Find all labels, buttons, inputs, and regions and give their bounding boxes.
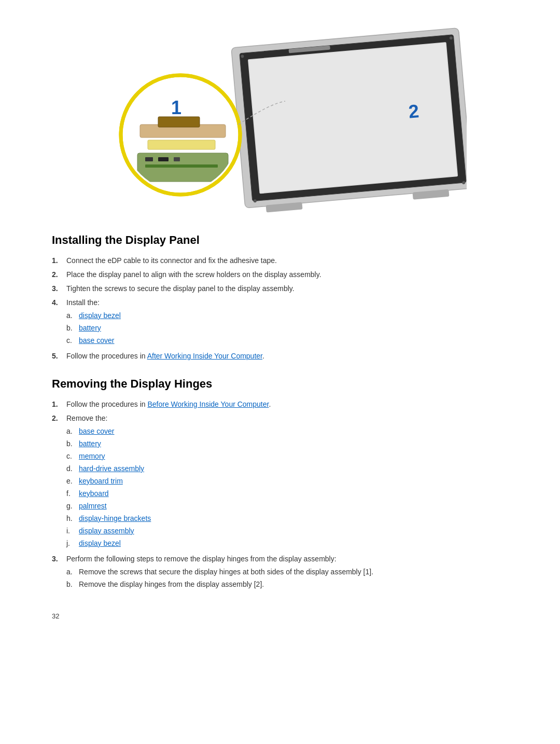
install-step-3: Tighten the screws to secure the display… <box>52 283 508 294</box>
remove-sub-g: g. palmrest <box>66 501 508 512</box>
remove-display-assembly-link[interactable]: display assembly <box>79 526 134 536</box>
install-sub-a-label: a. <box>66 310 79 321</box>
remove-step-1-text: Follow the procedures in <box>66 400 146 408</box>
install-step-4-text: Install the: <box>66 298 100 307</box>
install-sub-c-label: c. <box>66 335 79 346</box>
remove-sub-a: a. base cover <box>66 426 508 437</box>
remove-battery-link[interactable]: battery <box>79 438 101 449</box>
remove-sub-d: d. hard-drive assembly <box>66 463 508 474</box>
install-steps: Connect the eDP cable to its connector a… <box>52 255 508 362</box>
install-step-5: Follow the procedures in After Working I… <box>52 351 508 362</box>
install-sub-b: b. battery <box>66 323 508 334</box>
install-step-4: Install the: a. display bezel b. battery… <box>52 297 508 348</box>
install-step-2: Place the display panel to align with th… <box>52 269 508 280</box>
install-base-cover-link[interactable]: base cover <box>79 335 114 346</box>
remove-sub-i: i. display assembly <box>66 526 508 536</box>
remove-sub-b: b. battery <box>66 438 508 449</box>
install-step-5-text: Follow the procedures in <box>66 352 146 360</box>
remove-step3-sub-list: a. Remove the screws that secure the dis… <box>66 567 508 590</box>
before-working-link[interactable]: Before Working Inside Your Computer <box>147 400 269 408</box>
remove-step3-sub-a: a. Remove the screws that secure the dis… <box>66 567 508 577</box>
remove-section: Removing the Display Hinges Follow the p… <box>52 377 508 591</box>
remove-step-3-text: Perform the following steps to remove th… <box>66 555 337 563</box>
remove-base-cover-link[interactable]: base cover <box>79 426 114 437</box>
install-step-3-text: Tighten the screws to secure the display… <box>66 284 295 293</box>
remove-memory-link[interactable]: memory <box>79 451 105 462</box>
remove-sub-f: f. keyboard <box>66 488 508 499</box>
svg-rect-13 <box>158 117 200 127</box>
callout1-detail <box>137 117 228 182</box>
remove-step-3: Perform the following steps to remove th… <box>52 554 508 591</box>
install-sub-b-label: b. <box>66 323 79 334</box>
install-sub-a: a. display bezel <box>66 310 508 321</box>
remove-keyboard-trim-link[interactable]: keyboard trim <box>79 476 123 487</box>
svg-rect-16 <box>158 157 169 161</box>
svg-rect-18 <box>145 164 218 168</box>
install-step-2-text: Place the display panel to align with th… <box>66 270 321 279</box>
remove-step-2-text: Remove the: <box>66 414 107 422</box>
remove-sub-e: e. keyboard trim <box>66 476 508 487</box>
remove-sub-list: a. base cover b. battery c. memory d. <box>66 426 508 549</box>
svg-rect-3 <box>249 43 457 192</box>
svg-rect-17 <box>174 157 180 161</box>
install-section: Installing the Display Panel Connect the… <box>52 233 508 362</box>
callout1-label: 1 <box>171 97 181 118</box>
diagram-area: 2 <box>52 21 508 218</box>
installation-diagram: 2 <box>93 23 467 215</box>
remove-step3-sub-b-text: Remove the display hinges from the displ… <box>79 579 264 590</box>
svg-rect-12 <box>148 140 215 149</box>
remove-keyboard-link[interactable]: keyboard <box>79 488 109 499</box>
remove-palmrest-link[interactable]: palmrest <box>79 501 107 512</box>
remove-sub-j: j. display bezel <box>66 538 508 549</box>
remove-step3-sub-a-text: Remove the screws that secure the displa… <box>79 567 373 577</box>
remove-step-2: Remove the: a. base cover b. battery c. <box>52 413 508 550</box>
remove-display-bezel-link[interactable]: display bezel <box>79 538 121 549</box>
remove-hinge-brackets-link[interactable]: display-hinge brackets <box>79 513 151 524</box>
after-working-link[interactable]: After Working Inside Your Computer <box>147 352 262 360</box>
svg-rect-15 <box>145 157 153 161</box>
remove-step3-sub-b: b. Remove the display hinges from the di… <box>66 579 508 590</box>
remove-sub-h: h. display-hinge brackets <box>66 513 508 524</box>
remove-step-1-suffix: . <box>269 400 271 408</box>
install-sub-list: a. display bezel b. battery c. base cove… <box>66 310 508 346</box>
remove-section-title: Removing the Display Hinges <box>52 377 508 391</box>
install-step-1: Connect the eDP cable to its connector a… <box>52 255 508 266</box>
remove-steps: Follow the procedures in Before Working … <box>52 399 508 591</box>
page-number: 32 <box>52 612 508 620</box>
page-container: 2 <box>0 0 560 744</box>
remove-hard-drive-link[interactable]: hard-drive assembly <box>79 463 144 474</box>
install-display-bezel-link[interactable]: display bezel <box>79 310 121 321</box>
callout2-label: 2 <box>408 100 420 122</box>
remove-sub-c: c. memory <box>66 451 508 462</box>
install-sub-c: c. base cover <box>66 335 508 346</box>
remove-step-1: Follow the procedures in Before Working … <box>52 399 508 410</box>
install-battery-link[interactable]: battery <box>79 323 101 334</box>
install-step-1-text: Connect the eDP cable to its connector a… <box>66 256 277 265</box>
install-section-title: Installing the Display Panel <box>52 233 508 247</box>
